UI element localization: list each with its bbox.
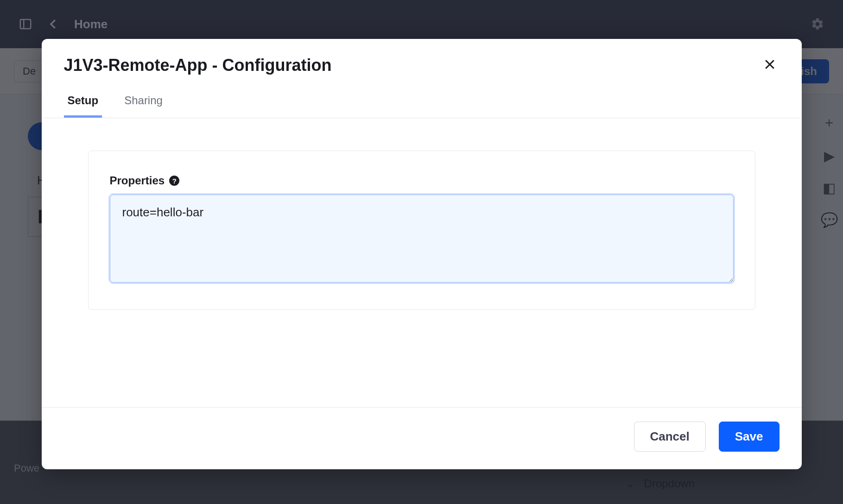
- properties-label-row: Properties ?: [110, 174, 734, 187]
- save-button[interactable]: Save: [719, 422, 780, 452]
- configuration-modal: J1V3-Remote-App - Configuration Setup Sh…: [42, 39, 802, 469]
- modal-overlay[interactable]: J1V3-Remote-App - Configuration Setup Sh…: [0, 0, 843, 504]
- properties-textarea[interactable]: [110, 195, 734, 283]
- modal-tabs: Setup Sharing: [42, 88, 802, 118]
- modal-title: J1V3-Remote-App - Configuration: [64, 56, 332, 75]
- modal-header: J1V3-Remote-App - Configuration: [42, 39, 802, 88]
- close-button[interactable]: [760, 55, 780, 76]
- close-icon: [763, 57, 777, 71]
- cancel-button[interactable]: Cancel: [634, 422, 706, 452]
- help-icon[interactable]: ?: [169, 176, 179, 186]
- modal-footer: Cancel Save: [42, 407, 802, 469]
- tab-setup[interactable]: Setup: [64, 88, 102, 118]
- tab-sharing[interactable]: Sharing: [120, 88, 166, 118]
- properties-label: Properties: [110, 174, 165, 187]
- modal-body: Properties ?: [42, 118, 802, 324]
- properties-panel: Properties ?: [88, 151, 755, 310]
